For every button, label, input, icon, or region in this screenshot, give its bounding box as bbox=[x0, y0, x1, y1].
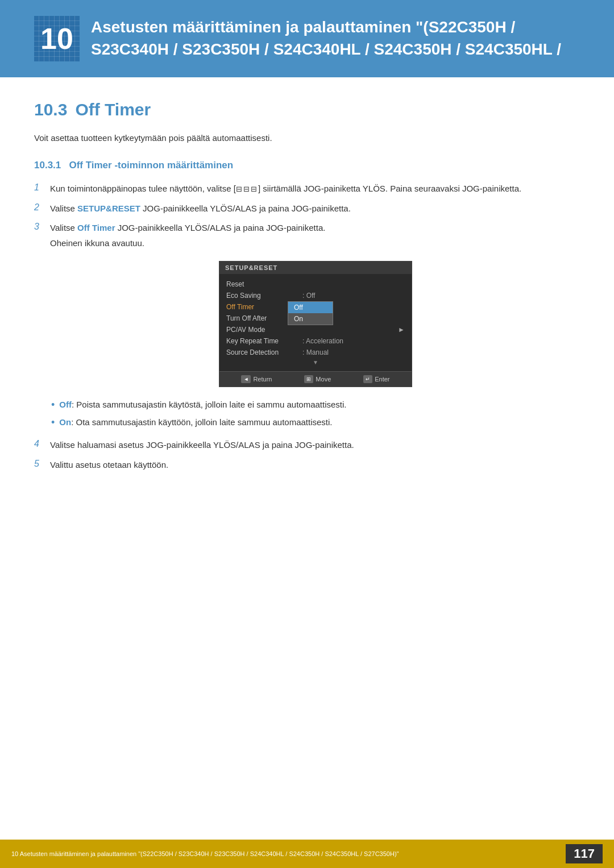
bullet-list: • Off: Poista sammutusajastin käytöstä, … bbox=[51, 398, 580, 429]
intro-text: Voit asettaa tuotteen kytkeytymään pois … bbox=[34, 133, 580, 143]
section-title: Off Timer bbox=[75, 100, 151, 119]
menu-item-label-pcavmode: PC/AV Mode bbox=[226, 326, 300, 334]
step-number-2: 2 bbox=[34, 202, 44, 213]
enter-icon: ↵ bbox=[363, 375, 372, 383]
move-icon: ⊞ bbox=[304, 375, 313, 383]
step-5-text: Valittu asetus otetaan käyttöön. bbox=[50, 459, 580, 472]
menu-item-keyrepeat: Key Repeat Time : Acceleration bbox=[219, 335, 412, 347]
menu-item-offtimer: Off Timer : Off On bbox=[219, 301, 412, 313]
menu-item-reset: Reset bbox=[219, 279, 412, 290]
scroll-down-arrow: ▼ bbox=[313, 359, 318, 366]
menu-item-scroll-indicator: ▼ bbox=[219, 358, 412, 367]
menu-title: SETUP&RESET bbox=[219, 261, 412, 274]
step-4: 4 Valitse haluamasi asetus JOG-painikkee… bbox=[34, 439, 580, 452]
menu-footer: ◄ Return ⊞ Move ↵ Enter bbox=[219, 371, 412, 387]
monitor-menu: SETUP&RESET Reset Eco Saving : Off Off T… bbox=[219, 261, 412, 387]
steps-list: 1 Kun toimintonäppäinopas tulee näyttöön… bbox=[34, 182, 580, 250]
footer-move-label: Move bbox=[316, 376, 331, 383]
step-3-text: Valitse Off Timer JOG-painikkeella YLÖS/… bbox=[50, 222, 580, 250]
subsection-number: 10.3.1 bbox=[34, 160, 61, 171]
step-3: 3 Valitse Off Timer JOG-painikkeella YLÖ… bbox=[34, 222, 580, 250]
menu-item-label-sourcedetection: Source Detection bbox=[226, 348, 300, 356]
step-2: 2 Valitse SETUP&RESET JOG-painikkeella Y… bbox=[34, 202, 580, 215]
step-number-5: 5 bbox=[34, 459, 44, 469]
footer-return: ◄ Return bbox=[241, 375, 272, 383]
subsection-title: Off Timer -toiminnon määrittäminen bbox=[69, 160, 233, 171]
menu-item-value-ecosaving: : Off bbox=[302, 292, 315, 300]
step-1: 1 Kun toimintonäppäinopas tulee näyttöön… bbox=[34, 182, 580, 196]
menu-item-value-sourcedetection: : Manual bbox=[302, 348, 329, 356]
dropdown-item-on: On bbox=[288, 313, 333, 325]
footer-return-label: Return bbox=[253, 376, 272, 383]
menu-item-label-keyrepeat: Key Repeat Time bbox=[226, 337, 300, 345]
step-number-4: 4 bbox=[34, 439, 44, 449]
bullet-off: • Off: Poista sammutusajastin käytöstä, … bbox=[51, 398, 580, 412]
footer-enter-label: Enter bbox=[375, 376, 389, 383]
return-icon: ◄ bbox=[241, 375, 251, 383]
bullet-dot-on: • bbox=[51, 417, 55, 427]
steps-cont-list: 4 Valitse haluamasi asetus JOG-painikkee… bbox=[34, 439, 580, 471]
step-number-1: 1 bbox=[34, 182, 44, 193]
menu-items-list: Reset Eco Saving : Off Off Timer : Off O… bbox=[219, 274, 412, 371]
menu-item-label-ecosaving: Eco Saving bbox=[226, 292, 300, 300]
chapter-number: 10 bbox=[34, 16, 80, 61]
header-title: Asetusten määrittäminen ja palauttaminen… bbox=[91, 16, 580, 60]
menu-item-pcavmode: PC/AV Mode ► bbox=[219, 324, 412, 335]
footer-enter: ↵ Enter bbox=[363, 375, 389, 383]
menu-screenshot: SETUP&RESET Reset Eco Saving : Off Off T… bbox=[51, 261, 580, 387]
dropdown-item-off: Off bbox=[288, 302, 333, 313]
step-2-text: Valitse SETUP&RESET JOG-painikkeella YLÖ… bbox=[50, 202, 580, 215]
header-banner: 10 Asetusten määrittäminen ja palauttami… bbox=[0, 0, 614, 77]
bullet-on: • On: Ota sammutusajastin käyttöön, joll… bbox=[51, 416, 580, 429]
section-number: 10.3 bbox=[34, 100, 67, 119]
page-number: 117 bbox=[566, 844, 603, 863]
bullet-on-text: On: Ota sammutusajastin käyttöön, jolloi… bbox=[59, 416, 332, 429]
step-4-text: Valitse haluamasi asetus JOG-painikkeell… bbox=[50, 439, 580, 452]
dropdown-popup: Off On bbox=[288, 301, 333, 325]
step-5: 5 Valittu asetus otetaan käyttöön. bbox=[34, 459, 580, 472]
footer-text: 10 Asetusten määrittäminen ja palauttami… bbox=[11, 850, 399, 857]
menu-item-ecosaving: Eco Saving : Off bbox=[219, 290, 412, 301]
menu-item-sourcedetection: Source Detection : Manual bbox=[219, 347, 412, 358]
menu-item-value-keyrepeat: : Acceleration bbox=[302, 337, 343, 345]
step-number-3: 3 bbox=[34, 222, 44, 232]
section-heading: 10.3 Off Timer bbox=[34, 100, 580, 119]
menu-item-label-reset: Reset bbox=[226, 280, 300, 288]
bullet-dot-off: • bbox=[51, 400, 55, 410]
subsection-heading: 10.3.1 Off Timer -toiminnon määrittämine… bbox=[34, 160, 580, 171]
menu-item-value-pcavmode: ► bbox=[398, 326, 405, 334]
footer-move: ⊞ Move bbox=[304, 375, 331, 383]
bullet-off-text: Off: Poista sammutusajastin käytöstä, jo… bbox=[59, 398, 346, 412]
page-footer: 10 Asetusten määrittäminen ja palauttami… bbox=[0, 840, 614, 868]
step-1-text: Kun toimintonäppäinopas tulee näyttöön, … bbox=[50, 182, 580, 196]
